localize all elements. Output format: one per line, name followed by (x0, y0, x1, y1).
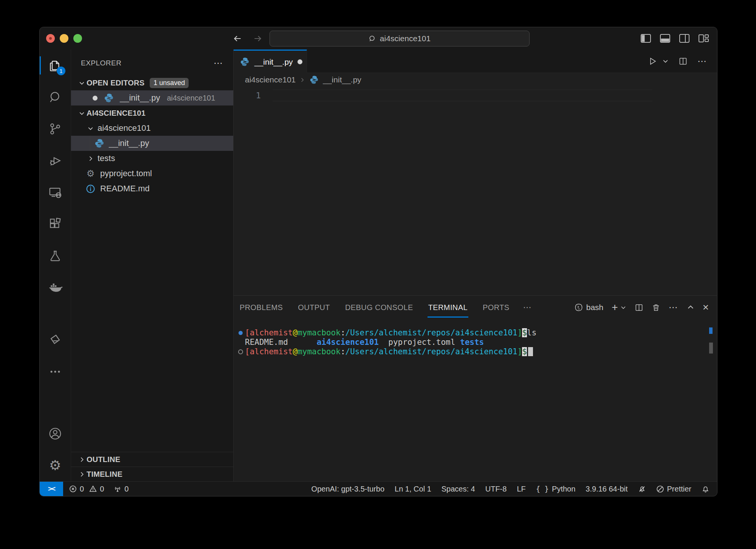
bottom-panel: PROBLEMS OUTPUT DEBUG CONSOLE TERMINAL P… (234, 295, 717, 481)
indent-guide (90, 136, 90, 151)
terminal-scrollbar-thumb[interactable] (709, 343, 713, 354)
explorer-more-actions-icon[interactable]: ⋯ (214, 58, 223, 68)
terminal-viewport[interactable]: [alchemist@mymacbook:/Users/alchemist/re… (234, 319, 717, 481)
screen: ai4science101 (0, 0, 756, 549)
minimize-window-button[interactable] (60, 34, 68, 43)
modified-dot-icon[interactable] (297, 59, 302, 64)
traffic-lights (46, 27, 82, 50)
toggle-panel-icon[interactable] (660, 34, 670, 43)
tab-problems[interactable]: PROBLEMS (239, 301, 284, 314)
tree-item-folder[interactable]: tests (71, 151, 233, 166)
chevron-right-icon (77, 456, 87, 463)
circle-slash-icon (656, 485, 664, 493)
toggle-secondary-sidebar-icon[interactable] (679, 34, 689, 43)
workspace-root-header[interactable]: AI4SCIENCE101 (71, 105, 233, 121)
sidebar-item-more-views[interactable] (40, 356, 71, 388)
prettier-status[interactable]: Prettier (656, 485, 691, 493)
sidebar-item-docker[interactable] (40, 272, 71, 304)
open-editor-file-description: ai4science101 (167, 94, 215, 102)
problems-status[interactable]: 0 0 (69, 485, 104, 493)
panel-more-tabs-icon[interactable]: ⋯ (523, 302, 532, 312)
modified-dot-icon[interactable] (93, 96, 98, 101)
error-count: 0 (80, 485, 84, 493)
close-panel-icon[interactable]: × (703, 302, 709, 313)
gear-icon: ⚙ (49, 459, 61, 472)
toggle-sidebar-icon[interactable] (641, 34, 651, 43)
indentation-status[interactable]: Spaces: 4 (442, 485, 475, 493)
open-editor-item[interactable]: __init__.py ai4science101 (71, 90, 233, 105)
forward-arrow-icon[interactable] (253, 34, 263, 43)
tree-item-folder[interactable]: ai4science101 (71, 121, 233, 136)
timeline-label: TIMELINE (87, 470, 122, 479)
openai-model-status[interactable]: OpenAI: gpt-3.5-turbo (311, 485, 384, 493)
settings-button[interactable]: ⚙ (40, 450, 71, 481)
unsaved-badge: 1 unsaved (150, 78, 189, 88)
open-editor-file-label: __init__.py (120, 93, 160, 103)
terminal-overview-command-mark (709, 327, 713, 334)
sidebar-empty-space (71, 196, 233, 452)
tab-debug-console[interactable]: DEBUG CONSOLE (344, 301, 414, 314)
shell-label: bash (586, 303, 604, 312)
remote-icon: >< (48, 485, 55, 493)
command-center-search[interactable]: ai4science101 (270, 31, 530, 47)
new-terminal-icon[interactable]: + (612, 302, 618, 313)
bell-slash-icon (638, 485, 646, 493)
split-editor-icon[interactable] (679, 57, 688, 66)
editor-tab-active[interactable]: __init__.py (234, 50, 307, 73)
split-terminal-icon[interactable] (635, 303, 643, 312)
sidebar-item-explorer[interactable]: 1 (40, 50, 71, 81)
tree-folder-label: ai4science101 (98, 123, 151, 133)
maximize-panel-chevron-icon[interactable] (687, 304, 694, 311)
tree-file-label: __init__.py (109, 138, 149, 148)
timeline-section-header[interactable]: TIMELINE (71, 467, 233, 481)
cursor-position-status[interactable]: Ln 1, Col 1 (395, 485, 431, 493)
sidebar-item-extensions[interactable] (40, 208, 71, 240)
notifications-bell[interactable] (702, 485, 710, 493)
tree-item-file[interactable]: README.md (71, 181, 233, 196)
close-window-button[interactable] (46, 34, 55, 43)
panel-more-actions-icon[interactable]: ⋯ (669, 302, 679, 313)
eol-status[interactable]: LF (517, 485, 525, 493)
language-mode-status[interactable]: { } Python (536, 485, 576, 493)
breadcrumb-folder[interactable]: ai4science101 (245, 75, 296, 84)
command-pending-decoration-icon (236, 347, 245, 357)
remote-indicator[interactable]: >< (40, 482, 63, 496)
open-editors-header[interactable]: OPEN EDITORS 1 unsaved (71, 75, 233, 90)
python-file-icon (104, 93, 114, 103)
sidebar-item-custom-extension[interactable] (40, 324, 71, 356)
run-python-file-icon[interactable] (648, 57, 657, 66)
sidebar-item-remote-explorer[interactable] (40, 177, 71, 208)
open-editors-label: OPEN EDITORS (87, 79, 144, 87)
sidebar-item-source-control[interactable] (40, 113, 71, 145)
outline-section-header[interactable]: OUTLINE (71, 452, 233, 467)
new-terminal-dropdown-icon[interactable] (620, 304, 626, 310)
debug-icon (48, 154, 62, 168)
tree-item-file[interactable]: ⚙ pyproject.toml (71, 166, 233, 181)
terminal-instance-selector[interactable]: bash (575, 303, 604, 312)
breadcrumb: ai4science101 __init__.py (234, 73, 717, 87)
tab-ports[interactable]: PORTS (482, 301, 510, 314)
sidebar-item-run-debug[interactable] (40, 145, 71, 177)
tab-terminal[interactable]: TERMINAL (428, 301, 468, 314)
extensions-icon (48, 217, 62, 231)
editor-more-actions-icon[interactable]: ⋯ (697, 56, 707, 67)
tree-item-file-selected[interactable]: __init__.py (71, 136, 233, 151)
tab-output[interactable]: OUTPUT (297, 301, 331, 314)
encoding-status[interactable]: UTF-8 (485, 485, 507, 493)
back-arrow-icon[interactable] (232, 34, 242, 43)
chevron-right-icon (77, 471, 87, 478)
terminal-cursor (528, 347, 533, 356)
python-interpreter-status[interactable]: 3.9.16 64-bit (586, 485, 627, 493)
braces-icon: { } (536, 485, 549, 493)
breadcrumb-file[interactable]: __init__.py (323, 75, 361, 84)
bell-slash-status[interactable] (638, 485, 646, 493)
customize-layout-icon[interactable] (699, 34, 709, 43)
sidebar-item-testing[interactable] (40, 240, 71, 272)
run-dropdown-chevron-icon[interactable] (662, 58, 669, 64)
sidebar-item-search[interactable] (40, 81, 71, 113)
ports-status[interactable]: 0 (114, 485, 129, 493)
kill-terminal-trash-icon[interactable] (652, 303, 660, 312)
zoom-window-button[interactable] (73, 34, 82, 43)
code-editor[interactable]: 1 (234, 87, 717, 295)
accounts-button[interactable] (40, 418, 71, 450)
